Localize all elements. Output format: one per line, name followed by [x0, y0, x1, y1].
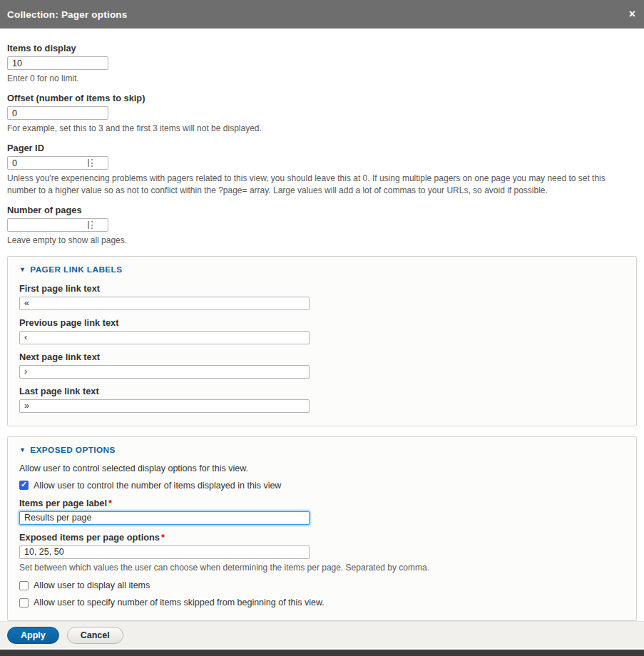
required-marker: *: [161, 532, 165, 543]
collapse-arrow-icon: ▼: [19, 266, 26, 273]
allow-skip-items-row: Allow user to specify number of items sk…: [19, 598, 625, 608]
last-page-link-label: Last page link text: [19, 386, 625, 396]
allow-items-displayed-checkbox[interactable]: ✓: [19, 481, 29, 490]
pager-id-field: Pager ID Unless you're experiencing prob…: [7, 143, 637, 195]
modal-body: Items to display Enter 0 for no limit. O…: [0, 29, 644, 621]
exposed-options-intro: Allow user to control selected display o…: [19, 463, 625, 473]
number-spinner-icon[interactable]: [88, 221, 93, 229]
next-page-link-label: Next page link text: [19, 352, 625, 362]
pager-id-label: Pager ID: [7, 143, 637, 153]
pager-link-labels-legend-text: PAGER LINK LABELS: [30, 265, 122, 275]
pager-link-labels-legend[interactable]: ▼ PAGER LINK LABELS: [19, 265, 122, 275]
offset-label: Offset (number of items to skip): [7, 93, 637, 103]
exposed-items-options-input[interactable]: [19, 545, 310, 559]
last-page-link-field: Last page link text: [19, 386, 625, 413]
allow-display-all-checkbox[interactable]: [19, 581, 29, 590]
page-background-strip: [0, 650, 644, 656]
items-per-page-label-text: Items per page label: [19, 498, 107, 508]
first-page-link-input[interactable]: [19, 297, 310, 310]
offset-description: For example, set this to 3 and the first…: [7, 123, 633, 134]
allow-display-all-row: Allow user to display all items: [19, 580, 625, 590]
first-page-link-field: First page link text: [19, 283, 625, 310]
modal-footer: Apply Cancel: [0, 621, 644, 648]
number-of-pages-description: Leave empty to show all pages.: [7, 235, 633, 246]
checkmark-icon: ✓: [21, 480, 27, 489]
number-of-pages-label: Number of pages: [7, 205, 637, 215]
exposed-items-options-field: Exposed items per page options* Set betw…: [19, 532, 625, 573]
exposed-options-legend-text: EXPOSED OPTIONS: [30, 445, 115, 455]
collapse-arrow-icon: ▼: [19, 446, 26, 453]
items-to-display-input[interactable]: [7, 56, 108, 70]
close-icon[interactable]: ×: [629, 9, 635, 20]
last-page-link-input[interactable]: [19, 399, 310, 413]
allow-skip-items-checkbox[interactable]: [19, 598, 29, 608]
previous-page-link-field: Previous page link text: [19, 317, 625, 344]
number-spinner-icon[interactable]: [88, 159, 93, 167]
modal-title: Collection: Pager options: [7, 9, 128, 20]
allow-skip-items-label: Allow user to specify number of items sk…: [34, 598, 324, 608]
allow-display-all-label: Allow user to display all items: [34, 580, 150, 590]
exposed-options-legend[interactable]: ▼ EXPOSED OPTIONS: [19, 445, 116, 455]
exposed-items-options-description: Set between which values the user can ch…: [19, 562, 625, 573]
pager-link-labels-fieldset: ▼ PAGER LINK LABELS First page link text…: [7, 256, 637, 426]
offset-field: Offset (number of items to skip) For exa…: [7, 93, 637, 134]
number-of-pages-input[interactable]: [7, 218, 108, 232]
pager-id-input[interactable]: [7, 156, 108, 170]
allow-items-displayed-row: ✓ Allow user to control the number of it…: [19, 481, 625, 491]
number-of-pages-field: Number of pages Leave empty to show all …: [7, 205, 637, 246]
modal-header: Collection: Pager options ×: [0, 0, 644, 29]
next-page-link-field: Next page link text: [19, 352, 625, 379]
items-per-page-label-field: Items per page label*: [19, 498, 625, 525]
required-marker: *: [108, 498, 112, 508]
items-per-page-label-input[interactable]: [19, 511, 310, 525]
offset-input[interactable]: [7, 106, 108, 120]
pager-id-description: Unless you're experiencing problems with…: [7, 173, 633, 195]
items-to-display-description: Enter 0 for no limit.: [7, 73, 633, 84]
previous-page-link-label: Previous page link text: [19, 317, 625, 328]
next-page-link-input[interactable]: [19, 365, 310, 379]
pager-options-modal: Collection: Pager options × Items to dis…: [0, 0, 644, 656]
exposed-options-fieldset: ▼ EXPOSED OPTIONS Allow user to control …: [7, 436, 637, 621]
allow-items-displayed-label: Allow user to control the number of item…: [34, 481, 281, 491]
previous-page-link-input[interactable]: [19, 331, 310, 344]
cancel-button[interactable]: Cancel: [67, 627, 123, 644]
items-to-display-field: Items to display Enter 0 for no limit.: [7, 43, 637, 84]
exposed-items-options-label-text: Exposed items per page options: [19, 532, 160, 543]
apply-button[interactable]: Apply: [7, 627, 59, 644]
items-to-display-label: Items to display: [7, 43, 637, 53]
first-page-link-label: First page link text: [19, 283, 625, 294]
